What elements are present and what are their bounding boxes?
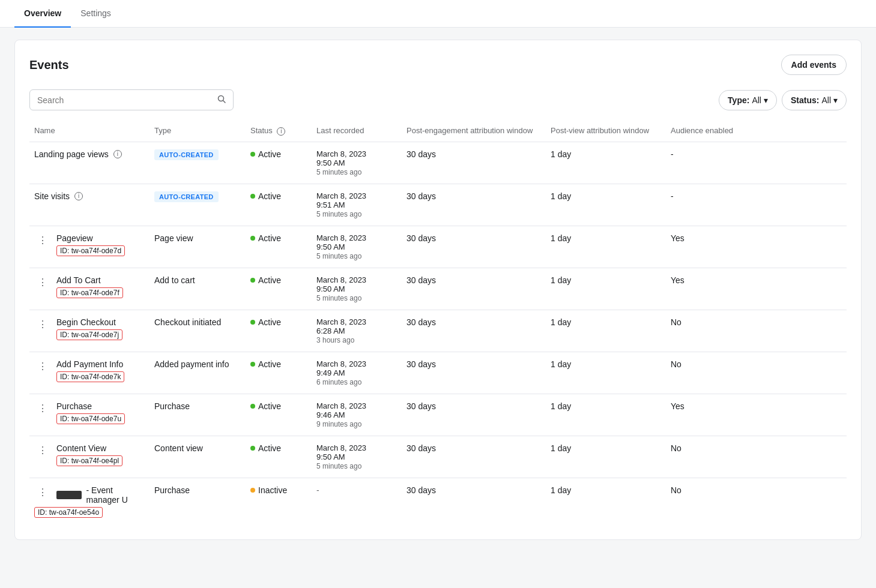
main-content: Events Add events Type: All ▾ — [0, 28, 876, 552]
td-post-engagement: 30 days — [402, 142, 546, 184]
td-name: ⋮PurchaseID: tw-oa74f-ode7u — [29, 394, 150, 436]
table-row: ⋮Add Payment InfoID: tw-oa74f-ode7kAdded… — [29, 352, 847, 394]
tab-settings[interactable]: Settings — [71, 0, 121, 28]
type-filter-chevron-icon: ▾ — [764, 95, 768, 105]
event-id-badge: ID: tw-oa74f-ode7u — [56, 413, 125, 424]
event-id-badge: ID: tw-oa74f-oe54o — [34, 507, 103, 518]
row-menu-icon[interactable]: ⋮ — [34, 233, 52, 247]
svg-line-1 — [223, 101, 226, 103]
type-filter-label: Type: — [728, 95, 749, 105]
td-last-recorded: March 8, 20239:50 AM5 minutes ago — [312, 142, 402, 184]
td-type: Page view — [150, 226, 246, 268]
event-name: - Event manager U — [56, 485, 145, 505]
time-ago: 5 minutes ago — [316, 168, 361, 176]
event-name: Content View — [56, 443, 145, 453]
status-filter-value: All — [821, 95, 831, 105]
status-badge: Active — [250, 317, 307, 327]
table-row: Site visitsiAUTO-CREATEDActiveMarch 8, 2… — [29, 184, 847, 226]
last-recorded-dash: - — [316, 485, 319, 495]
event-id-badge: ID: tw-oa74f-ode7f — [56, 287, 123, 298]
table-row: ⋮Content ViewID: tw-oa74f-oe4plContent v… — [29, 436, 847, 478]
td-status: Inactive — [246, 478, 312, 525]
td-post-view: 1 day — [546, 310, 666, 352]
td-type: AUTO-CREATED — [150, 184, 246, 226]
row-menu-icon[interactable]: ⋮ — [34, 359, 52, 373]
row-menu-icon[interactable]: ⋮ — [34, 317, 52, 331]
col-post-engagement: Post-engagement attribution window — [402, 120, 546, 142]
toolbar: Type: All ▾ Status: All ▾ — [29, 89, 847, 110]
row-menu-icon[interactable]: ⋮ — [34, 485, 52, 499]
td-name: ⋮- Event manager UID: tw-oa74f-oe54o — [29, 478, 150, 525]
td-status: Active — [246, 352, 312, 394]
col-name: Name — [29, 120, 150, 142]
td-last-recorded: March 8, 20239:46 AM9 minutes ago — [312, 394, 402, 436]
td-post-view: 1 day — [546, 478, 666, 525]
time-ago: 5 minutes ago — [316, 294, 361, 302]
td-type: Add to cart — [150, 268, 246, 310]
time-ago: 3 hours ago — [316, 336, 354, 344]
td-last-recorded: March 8, 20239:50 AM5 minutes ago — [312, 226, 402, 268]
event-id-badge: ID: tw-oa74f-ode7k — [56, 371, 124, 382]
blurred-name — [56, 491, 82, 499]
td-post-engagement: 30 days — [402, 184, 546, 226]
type-filter-button[interactable]: Type: All ▾ — [719, 90, 777, 110]
status-badge: Active — [250, 149, 307, 159]
table-row: ⋮Add To CartID: tw-oa74f-ode7fAdd to car… — [29, 268, 847, 310]
td-audience-enabled: No — [666, 436, 847, 478]
auto-created-badge: AUTO-CREATED — [154, 191, 219, 202]
status-filter-button[interactable]: Status: All ▾ — [782, 90, 847, 110]
td-status: Active — [246, 226, 312, 268]
time-ago: 5 minutes ago — [316, 210, 361, 218]
td-post-engagement: 30 days — [402, 394, 546, 436]
td-audience-enabled: No — [666, 352, 847, 394]
table-row: ⋮PurchaseID: tw-oa74f-ode7uPurchaseActiv… — [29, 394, 847, 436]
event-name: Site visitsi — [34, 191, 145, 201]
col-post-view: Post-view attribution window — [546, 120, 666, 142]
table-row: ⋮- Event manager UID: tw-oa74f-oe54oPurc… — [29, 478, 847, 525]
last-recorded-timestamp: March 8, 20239:50 AM5 minutes ago — [316, 149, 397, 176]
col-status: Status i — [246, 120, 312, 142]
search-input[interactable] — [37, 95, 215, 105]
event-name: Add Payment Info — [56, 359, 145, 369]
type-filter-value: All — [752, 95, 761, 105]
row-menu-icon[interactable]: ⋮ — [34, 443, 52, 457]
td-last-recorded: - — [312, 478, 402, 525]
search-box[interactable] — [29, 89, 234, 110]
auto-created-badge: AUTO-CREATED — [154, 149, 219, 160]
td-last-recorded: March 8, 20239:51 AM5 minutes ago — [312, 184, 402, 226]
table-row: ⋮Begin CheckoutID: tw-oa74f-ode7jCheckou… — [29, 310, 847, 352]
row-menu-icon[interactable]: ⋮ — [34, 401, 52, 415]
event-name-info-icon[interactable]: i — [74, 192, 83, 200]
table-header-row: Name Type Status i Last recorded Post-en… — [29, 120, 847, 142]
events-card: Events Add events Type: All ▾ — [14, 40, 862, 540]
td-status: Active — [246, 394, 312, 436]
table-row: Landing page viewsiAUTO-CREATEDActiveMar… — [29, 142, 847, 184]
td-name: ⋮Add Payment InfoID: tw-oa74f-ode7k — [29, 352, 150, 394]
col-type: Type — [150, 120, 246, 142]
td-post-engagement: 30 days — [402, 352, 546, 394]
status-badge: Inactive — [250, 485, 307, 495]
tab-overview[interactable]: Overview — [14, 0, 71, 28]
td-type: Purchase — [150, 478, 246, 525]
status-info-icon[interactable]: i — [277, 127, 285, 136]
td-post-engagement: 30 days — [402, 268, 546, 310]
event-name: Add To Cart — [56, 275, 145, 285]
event-name: Pageview — [56, 233, 145, 243]
td-post-engagement: 30 days — [402, 226, 546, 268]
status-badge: Active — [250, 443, 307, 453]
status-filter-label: Status: — [791, 95, 819, 105]
td-status: Active — [246, 184, 312, 226]
last-recorded-timestamp: March 8, 20239:49 AM6 minutes ago — [316, 359, 397, 386]
card-header: Events Add events — [29, 55, 847, 75]
row-menu-icon[interactable]: ⋮ — [34, 275, 52, 289]
event-name-info-icon[interactable]: i — [113, 150, 122, 158]
event-id-badge: ID: tw-oa74f-ode7d — [56, 245, 125, 256]
td-name: Site visitsi — [29, 184, 150, 226]
td-audience-enabled: No — [666, 310, 847, 352]
last-recorded-timestamp: March 8, 20239:50 AM5 minutes ago — [316, 233, 397, 260]
td-audience-enabled: No — [666, 478, 847, 525]
td-audience-enabled: Yes — [666, 394, 847, 436]
td-name: Landing page viewsi — [29, 142, 150, 184]
td-name: ⋮Content ViewID: tw-oa74f-oe4pl — [29, 436, 150, 478]
add-events-button[interactable]: Add events — [781, 55, 847, 75]
